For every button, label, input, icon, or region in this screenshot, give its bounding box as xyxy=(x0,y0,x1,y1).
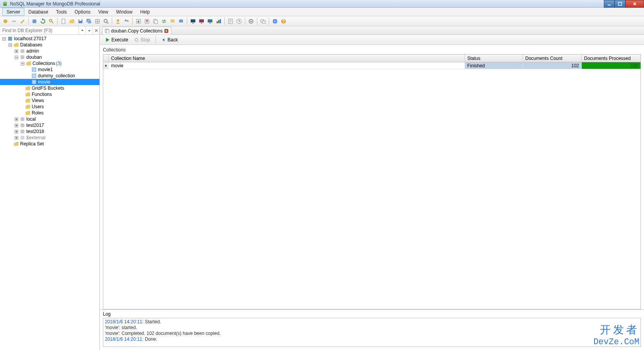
toolbar-opendoc-icon[interactable] xyxy=(68,17,76,25)
toolbar-saveall-icon[interactable] xyxy=(85,17,93,25)
tree-views-node[interactable]: Views xyxy=(0,97,99,104)
cell-docs: 102 xyxy=(523,62,582,69)
expand-icon[interactable] xyxy=(14,117,19,121)
expand-icon[interactable] xyxy=(14,123,19,128)
toolbar-monitor3-icon[interactable] xyxy=(206,17,214,25)
find-prev-button[interactable] xyxy=(79,27,85,34)
collapse-icon[interactable] xyxy=(14,55,19,60)
menu-bar: Server Database Tools Options View Windo… xyxy=(0,8,644,16)
col-collection-name[interactable]: Collection Name xyxy=(109,55,465,62)
menu-window[interactable]: Window xyxy=(112,8,137,16)
find-input[interactable] xyxy=(0,26,79,34)
toolbar-copy-icon[interactable] xyxy=(152,17,159,25)
toolbar-restore-icon[interactable] xyxy=(177,17,185,25)
menu-options[interactable]: Options xyxy=(71,8,94,16)
toolbar-chart-icon[interactable] xyxy=(215,17,222,25)
menu-server[interactable]: Server xyxy=(2,8,24,16)
toolbar-edit-icon[interactable] xyxy=(19,17,26,25)
find-close-button[interactable] xyxy=(92,27,99,34)
toolbar-settings-icon[interactable] xyxy=(247,17,255,25)
tab-copy-collections[interactable]: douban.Copy Collections xyxy=(102,27,171,34)
toolbar-save-icon[interactable] xyxy=(77,17,84,25)
toolbar-backup-icon[interactable] xyxy=(169,17,176,25)
tree-db-external[interactable]: $external xyxy=(0,135,99,141)
svg-point-68 xyxy=(20,126,24,127)
expand-icon[interactable] xyxy=(14,135,19,140)
toolbar-search-icon[interactable] xyxy=(102,17,110,25)
tree-replica-node[interactable]: Replica Set xyxy=(0,141,99,147)
toolbar-help-icon[interactable]: ? xyxy=(280,17,287,25)
db-explorer-tree[interactable]: localhost:27017 Databases admin douban xyxy=(0,35,99,350)
col-status[interactable]: Status xyxy=(465,55,523,62)
tree-db-test2017[interactable]: test2017 xyxy=(0,122,99,128)
toolbar-windows-icon[interactable] xyxy=(259,17,267,25)
minimize-button[interactable] xyxy=(604,0,615,8)
menu-database[interactable]: Database xyxy=(24,8,52,16)
maximize-button[interactable] xyxy=(615,0,625,8)
tree-label: $external xyxy=(26,135,45,140)
menu-help[interactable]: Help xyxy=(137,8,154,16)
toolbar-users-icon[interactable] xyxy=(114,17,122,25)
toolbar-refresh-icon[interactable] xyxy=(39,17,47,25)
toolbar-newdoc-icon[interactable] xyxy=(60,17,67,25)
grid-row[interactable]: movie Finished 102 102 xyxy=(103,62,641,69)
col-documents-processed[interactable]: Documents Processed xyxy=(582,55,641,62)
cell-proc: 102 xyxy=(582,62,641,69)
tree-db-admin[interactable]: admin xyxy=(0,48,99,54)
toolbar-db-icon[interactable] xyxy=(31,17,38,25)
log-output[interactable]: 2018/1/6 14:20:11: Started. 'movie': sta… xyxy=(103,318,641,347)
back-button[interactable]: Back xyxy=(159,36,180,44)
tree-gridfs-node[interactable]: GridFS Buckets xyxy=(0,85,99,91)
toolbar-connect-icon[interactable] xyxy=(2,17,9,25)
tree-collection-dummy[interactable]: dummy_collection xyxy=(0,73,99,79)
expand-icon[interactable] xyxy=(14,129,19,134)
tree-functions-node[interactable]: Functions xyxy=(0,91,99,97)
close-button[interactable] xyxy=(625,0,644,8)
toolbar-monitor2-icon[interactable] xyxy=(198,17,205,25)
toolbar-monitor1-icon[interactable] xyxy=(189,17,197,25)
svg-point-8 xyxy=(32,22,36,23)
tree-db-douban[interactable]: douban xyxy=(0,54,99,60)
folder-icon xyxy=(25,104,31,110)
svg-rect-58 xyxy=(32,68,36,72)
collapse-icon[interactable] xyxy=(8,43,12,47)
menu-view[interactable]: View xyxy=(94,8,112,16)
toolbar-roles-icon[interactable] xyxy=(123,17,130,25)
execute-button[interactable]: Execute xyxy=(103,36,130,44)
svg-point-76 xyxy=(20,138,24,140)
tree-collections-node[interactable]: Collections (3) xyxy=(0,60,99,67)
tree-db-test2018[interactable]: test2018 xyxy=(0,128,99,135)
svg-point-56 xyxy=(20,58,24,59)
collapse-icon[interactable] xyxy=(20,61,25,66)
col-documents-count[interactable]: Documents Count xyxy=(523,55,582,62)
server-icon xyxy=(7,36,13,42)
svg-point-18 xyxy=(125,19,127,21)
stop-button[interactable]: Stop xyxy=(132,36,152,44)
toolbar-export-icon[interactable] xyxy=(143,17,151,25)
toolbar-globe-icon[interactable] xyxy=(271,17,279,25)
tree-roles-node[interactable]: Roles xyxy=(0,110,99,116)
tree-label: movie1 xyxy=(38,67,53,72)
toolbar-grid-icon[interactable] xyxy=(94,17,101,25)
folder-icon xyxy=(13,141,19,147)
toolbar-import-icon[interactable] xyxy=(135,17,142,25)
expand-icon[interactable] xyxy=(14,49,19,53)
tree-users-node[interactable]: Users xyxy=(0,104,99,110)
tree-databases-node[interactable]: Databases xyxy=(0,42,99,48)
tab-close-icon[interactable] xyxy=(164,29,169,33)
menu-tools[interactable]: Tools xyxy=(52,8,71,16)
toolbar-key-icon[interactable] xyxy=(48,17,55,25)
tree-server-node[interactable]: localhost:27017 xyxy=(0,36,99,42)
tree-label: dummy_collection xyxy=(38,73,75,79)
find-next-button[interactable] xyxy=(85,27,92,34)
collapse-icon[interactable] xyxy=(2,36,6,41)
grid-body[interactable]: movie Finished 102 102 xyxy=(103,62,641,309)
toolbar-transfer-icon[interactable] xyxy=(160,17,168,25)
toolbar-schedule-icon[interactable] xyxy=(235,17,243,25)
svg-point-17 xyxy=(117,19,119,22)
toolbar-disconnect-icon[interactable] xyxy=(10,17,18,25)
tree-collection-movie[interactable]: movie xyxy=(0,79,99,85)
tree-collection-movie1[interactable]: movie1 xyxy=(0,67,99,73)
toolbar-script-icon[interactable] xyxy=(227,17,234,25)
tree-db-local[interactable]: local xyxy=(0,116,99,122)
